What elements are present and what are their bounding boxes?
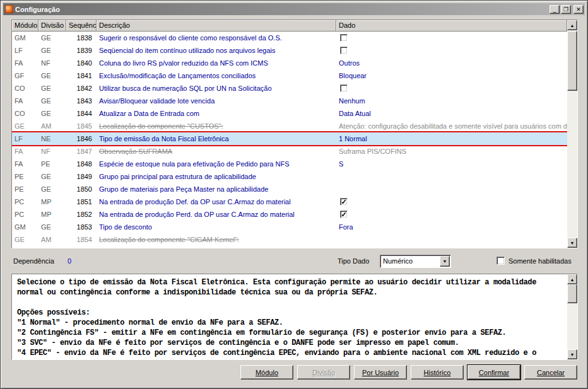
cell-sequencia: 1842 bbox=[66, 84, 97, 92]
cell-dado: Outros bbox=[336, 59, 567, 67]
maximize-icon[interactable]: ❐ bbox=[561, 5, 571, 14]
cell-sequencia: 1843 bbox=[66, 97, 97, 105]
cell-descricao: Exclusão/modificação de Lançamentos conc… bbox=[97, 72, 336, 79]
cell-dado: Bloquear bbox=[336, 72, 567, 79]
cell-divisao: GE bbox=[38, 84, 66, 92]
table-row[interactable]: FANF1847Observação SUFRAMASuframa PIS/CO… bbox=[12, 145, 567, 158]
cell-dado: ✓ bbox=[336, 211, 567, 218]
modulo-button[interactable]: Módulo bbox=[240, 365, 293, 380]
table-row[interactable]: PCMP1852Na entrada de produção Perd. da … bbox=[12, 208, 567, 221]
cell-sequencia: 1841 bbox=[66, 72, 97, 79]
cell-modulo: GE bbox=[12, 236, 38, 243]
table-scrollbar[interactable]: ▲ ▼ bbox=[567, 20, 577, 248]
cell-modulo: PC bbox=[12, 211, 38, 218]
minimize-icon[interactable]: _ bbox=[550, 5, 560, 14]
table-row[interactable]: PEGE1849Grupo pai principal para estrutu… bbox=[12, 170, 567, 183]
cell-dado: Nenhum bbox=[336, 97, 567, 105]
scrollbar-thumb[interactable] bbox=[567, 284, 577, 303]
tipo-dado-label: Tipo Dado bbox=[338, 257, 369, 265]
cell-dado bbox=[336, 34, 567, 42]
configuracao-window: Configuração _ ❐ ✕ Módulo Divisão Sequên… bbox=[0, 0, 588, 389]
dado-checkbox[interactable]: ✓ bbox=[340, 211, 348, 218]
close-icon[interactable]: ✕ bbox=[573, 5, 584, 14]
table-row[interactable]: GFGE1841Exclusão/modificação de Lançamen… bbox=[12, 69, 567, 82]
chevron-down-icon[interactable]: ▼ bbox=[440, 256, 450, 267]
historico-button[interactable]: Histórico bbox=[411, 365, 464, 380]
cell-dado: Suframa PIS/COFINS bbox=[336, 148, 567, 155]
dado-checkbox[interactable]: ✓ bbox=[340, 198, 348, 206]
button-row: Módulo Divisão Por Usuário Histórico Con… bbox=[240, 365, 577, 380]
cell-sequencia: 1847 bbox=[66, 148, 97, 155]
somente-habilitadas-checkbox[interactable] bbox=[497, 257, 505, 265]
cell-sequencia: 1844 bbox=[66, 110, 97, 117]
table-row[interactable]: COGE1844Atualizar a Data de Entrada comD… bbox=[12, 107, 567, 120]
description-scrollbar[interactable]: ▲ ▼ bbox=[567, 274, 577, 359]
table-row[interactable]: FANF1840Coluna do livro RS p/valor reduz… bbox=[12, 57, 567, 69]
window-controls: _ ❐ ✕ bbox=[550, 5, 584, 14]
cell-modulo: GM bbox=[12, 34, 38, 42]
cell-divisao: GE bbox=[38, 47, 66, 54]
cell-divisao: NE bbox=[38, 135, 66, 142]
cell-dado bbox=[336, 47, 567, 54]
column-header-sequencia[interactable]: Sequência bbox=[66, 20, 97, 32]
table-row[interactable]: PEGE1850Grupo de materiais para Peça Mas… bbox=[12, 183, 567, 195]
divisao-button: Divisão bbox=[297, 365, 350, 380]
cell-divisao: GE bbox=[38, 97, 66, 105]
table-row[interactable]: COGE1842Utilizar busca de numeração SQL … bbox=[12, 82, 567, 95]
scrollbar-thumb[interactable] bbox=[567, 31, 577, 91]
config-table: Módulo Divisão Sequência Descrição Dado … bbox=[11, 20, 578, 248]
dado-checkbox[interactable] bbox=[340, 34, 348, 42]
cell-divisao: GE bbox=[38, 34, 66, 42]
cell-sequencia: 1854 bbox=[66, 236, 97, 243]
cell-divisao: GE bbox=[38, 185, 66, 193]
dependencia-label: Dependência bbox=[13, 257, 54, 265]
cell-descricao: Coluna do livro RS p/valor reduzido da N… bbox=[97, 59, 336, 67]
cell-divisao: AM bbox=[38, 122, 66, 130]
confirmar-button[interactable]: Confirmar bbox=[467, 365, 520, 380]
cell-modulo: PE bbox=[12, 173, 38, 180]
table-row[interactable]: GEAM1845Localização do componente "CUSTO… bbox=[12, 120, 567, 132]
titlebar[interactable]: Configuração _ ❐ ✕ bbox=[3, 3, 585, 15]
table-row[interactable]: PCMP1851Na entrada de produção Def. da O… bbox=[12, 195, 567, 208]
cell-descricao: Grupo de materiais para Peça Master na a… bbox=[97, 185, 336, 193]
cell-modulo: GF bbox=[12, 72, 38, 79]
cell-sequencia: 1839 bbox=[66, 47, 97, 54]
cell-modulo: PC bbox=[12, 198, 38, 206]
cell-dado: Fora bbox=[336, 223, 567, 231]
cell-divisao: NF bbox=[38, 148, 66, 155]
table-row[interactable]: GMGE1853Tipo de descontoFora bbox=[12, 221, 567, 233]
window-title: Configuração bbox=[15, 6, 550, 13]
cell-descricao: Localização do componente "CUSTOS": bbox=[97, 122, 336, 130]
column-header-modulo[interactable]: Módulo bbox=[12, 20, 38, 32]
cell-sequencia: 1849 bbox=[66, 173, 97, 180]
dependencia-value: 0 bbox=[68, 257, 71, 265]
cell-divisao: GE bbox=[38, 223, 66, 231]
tipo-dado-select[interactable]: Numérico ▼ bbox=[380, 255, 451, 268]
table-row[interactable]: GEAM1854Localização do componente "CIGAM… bbox=[12, 233, 567, 246]
cell-modulo: LF bbox=[12, 135, 38, 142]
cell-sequencia: 1851 bbox=[66, 198, 97, 206]
scroll-up-icon[interactable]: ▲ bbox=[567, 274, 577, 284]
column-header-divisao[interactable]: Divisão bbox=[38, 20, 66, 32]
dado-checkbox[interactable] bbox=[340, 47, 348, 54]
table-row[interactable]: LFNE1846Tipo de emissão da Nota Fiscal E… bbox=[12, 132, 567, 145]
cell-descricao: Na entrada de produção Def. da OP usar C… bbox=[97, 198, 336, 206]
table-row[interactable]: FAGE1843Avisar/Bloquear validade lote ve… bbox=[12, 95, 567, 107]
table-row[interactable]: LFGE1839Seqüencial do item contínuo util… bbox=[12, 44, 567, 57]
cell-dado: ✓ bbox=[336, 198, 567, 206]
scroll-down-icon[interactable]: ▼ bbox=[567, 238, 577, 248]
cell-modulo: PE bbox=[12, 185, 38, 193]
cell-descricao: Tipo de emissão da Nota Fiscal Eletrônic… bbox=[97, 135, 336, 142]
table-row[interactable]: FAPE1848Espécie de estoque nula para efe… bbox=[12, 158, 567, 170]
cell-divisao: GE bbox=[38, 173, 66, 180]
column-header-dado[interactable]: Dado bbox=[336, 20, 567, 32]
cell-descricao: Atualizar a Data de Entrada com bbox=[97, 110, 336, 117]
cancelar-button[interactable]: Cancelar bbox=[524, 365, 577, 380]
table-row[interactable]: GMGE1838Sugerir o responsável do cliente… bbox=[12, 32, 567, 44]
column-header-descricao[interactable]: Descrição bbox=[97, 20, 336, 32]
scroll-down-icon[interactable]: ▼ bbox=[567, 349, 577, 359]
dado-checkbox[interactable] bbox=[340, 84, 348, 92]
por-usuario-button[interactable]: Por Usuário bbox=[354, 365, 407, 380]
scroll-up-icon[interactable]: ▲ bbox=[567, 20, 577, 30]
cell-dado: 1 Normal bbox=[336, 135, 567, 142]
